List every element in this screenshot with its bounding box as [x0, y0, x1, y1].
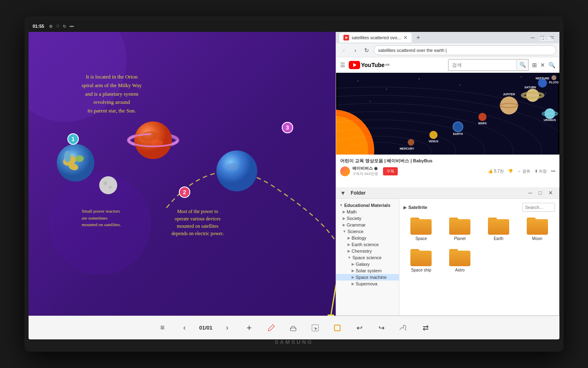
- forward-button[interactable]: ›: [351, 46, 360, 55]
- folder-main-area: ▶ Satellrite Space: [399, 199, 559, 315]
- tree-item-society[interactable]: ▶ Society: [336, 215, 399, 222]
- yt-search-icon[interactable]: 🔍: [548, 62, 555, 68]
- toolbar-menu-button[interactable]: ≡: [155, 321, 170, 335]
- yt-search-container[interactable]: 🔍: [448, 59, 529, 71]
- video-player[interactable]: MERCURY VENUS EARTH MARS JUPITER SATURN …: [336, 73, 559, 155]
- tree-item-math[interactable]: ▶ Math: [336, 209, 399, 215]
- toolbar-eraser-button[interactable]: [286, 321, 301, 335]
- whiteboard-toolbar: ≡ ‹ 01/01 › + ↩ ↪ ⇄: [29, 316, 559, 339]
- tree-item-galaxy[interactable]: ▶ Galaxy: [336, 261, 399, 267]
- folder-item-label: Moon: [532, 236, 542, 241]
- tree-item-grammar[interactable]: ▶ Grammar: [336, 222, 399, 228]
- tree-item-label: Chemistry: [352, 249, 372, 254]
- youtube-logo-text: YouTube: [361, 62, 385, 68]
- video-title: 어린이 교육 영상모음 | 베이비버스 | BabyBus: [340, 158, 555, 164]
- folder-icon-planet: [449, 218, 470, 235]
- tree-item-earth-science[interactable]: ▶ Earth science: [336, 241, 399, 248]
- tree-root-item[interactable]: ▼ Educational Materials: [336, 202, 399, 209]
- folder-item-space[interactable]: Space: [403, 215, 439, 243]
- moon-illustration: [98, 175, 118, 195]
- toolbar-swap-button[interactable]: ⇄: [418, 321, 433, 335]
- toolbar-select-button[interactable]: [308, 321, 323, 335]
- folder-close-btn[interactable]: ✕: [546, 189, 555, 197]
- menu-dots-icon[interactable]: •••: [69, 24, 74, 29]
- svg-point-2: [76, 155, 84, 162]
- refresh-icon[interactable]: ↻: [63, 24, 66, 29]
- folder-item-astro[interactable]: Astro: [442, 247, 478, 275]
- yt-action-icons: ⊞ ✕ 🔍: [532, 62, 555, 68]
- yt-more-icon[interactable]: ✕: [540, 62, 545, 68]
- toolbar-shape-button[interactable]: [330, 321, 345, 335]
- tree-item-chemistry[interactable]: ▶ Chemistry: [336, 248, 399, 254]
- yt-search-button[interactable]: 🔍: [517, 59, 528, 71]
- folder-body-shape: [488, 219, 509, 235]
- svg-text:MERCURY: MERCURY: [400, 147, 414, 150]
- heart-icon[interactable]: ♡: [56, 24, 60, 29]
- browser-tab-title: satellites scattered ovo...: [352, 35, 401, 40]
- tv-screen: 01:55 ⚙ ♡ ↻ ••• 01:55: [29, 20, 559, 339]
- like-button[interactable]: 👍 5.7천: [488, 168, 504, 174]
- youtube-toolbar: ☰ YouTube KR 🔍: [336, 57, 559, 73]
- toolbar-pen-button[interactable]: [264, 321, 278, 335]
- toolbar-undo-button[interactable]: ↩: [352, 321, 367, 335]
- yt-search-input[interactable]: [448, 59, 517, 71]
- folder-item-planet[interactable]: Planet: [442, 215, 478, 243]
- tree-item-label: Earth science: [352, 242, 379, 247]
- save-button[interactable]: ⬇ 저장: [535, 168, 547, 174]
- video-content: MERCURY VENUS EARTH MARS JUPITER SATURN …: [336, 73, 559, 155]
- dislike-button[interactable]: 👎: [508, 169, 513, 173]
- address-bar[interactable]: satellites scattered over the earth |: [374, 45, 556, 55]
- system-topbar: 01:55 ⚙ ♡ ↻ •••: [29, 20, 559, 32]
- folder-item-spaceship[interactable]: Space ship: [403, 247, 439, 275]
- folder-item-earth[interactable]: Earth: [481, 215, 517, 243]
- toolbar-next-button[interactable]: ›: [220, 321, 234, 335]
- folder-item-label: Earth: [494, 236, 503, 241]
- tree-item-solar-system[interactable]: ▶ Solar system: [336, 267, 399, 274]
- yt-grid-icon[interactable]: ⊞: [532, 62, 537, 68]
- tree-item-label: Biology: [352, 236, 366, 240]
- tab-close-button[interactable]: ✕: [403, 35, 408, 40]
- refresh-nav-button[interactable]: ↻: [362, 46, 371, 55]
- svg-point-40: [500, 96, 518, 114]
- back-button[interactable]: ‹: [339, 46, 348, 55]
- folder-window-title: Folder: [351, 190, 523, 196]
- tree-item-biology[interactable]: ▶ Biology: [336, 235, 399, 241]
- svg-point-44: [545, 108, 555, 119]
- toolbar-redo-button[interactable]: ↪: [374, 321, 389, 335]
- svg-point-47: [552, 75, 557, 80]
- toolbar-add-button[interactable]: +: [242, 321, 256, 335]
- browser-titlebar: ▶ satellites scattered ovo... ✕ + ─ □ ✕: [336, 32, 559, 43]
- tree-item-supernova[interactable]: ▶ Supernova: [336, 280, 399, 287]
- tree-item-space-science[interactable]: ▼ Space science: [336, 254, 399, 261]
- new-tab-button[interactable]: +: [414, 34, 422, 42]
- svg-point-39: [479, 113, 487, 121]
- settings-icon[interactable]: ⚙: [49, 24, 53, 29]
- planet-orange-illustration: [127, 114, 180, 167]
- svg-point-46: [538, 79, 547, 88]
- tree-arrow-icon: ▶: [347, 242, 350, 247]
- svg-point-12: [109, 186, 112, 189]
- folder-restore-btn[interactable]: □: [537, 189, 544, 197]
- folder-search-input[interactable]: [522, 203, 555, 212]
- folder-item-moon[interactable]: Moon: [519, 215, 555, 243]
- share-button[interactable]: → 공유: [517, 168, 530, 174]
- svg-point-10: [99, 176, 117, 194]
- svg-point-11: [103, 181, 107, 185]
- folder-top-bar: ▶ Satellrite: [403, 203, 555, 212]
- tree-item-science[interactable]: ▼ Science: [336, 228, 399, 235]
- tree-item-space-machine[interactable]: ▶ Space machine: [336, 274, 399, 280]
- tree-item-label: Grammar: [347, 222, 365, 227]
- minimize-button[interactable]: ─: [529, 34, 537, 42]
- tree-item-label: Space machine: [356, 275, 387, 280]
- subscribe-button[interactable]: 구독: [383, 167, 398, 175]
- svg-text:SATURN: SATURN: [524, 86, 536, 89]
- toolbar-prev-button[interactable]: ‹: [177, 321, 192, 335]
- point-label-2: 2: [179, 186, 190, 198]
- svg-point-23: [546, 93, 546, 94]
- svg-point-4: [64, 151, 71, 162]
- browser-tab[interactable]: ▶ satellites scattered ovo... ✕: [339, 33, 412, 43]
- folder-minimize-btn[interactable]: ─: [526, 189, 534, 197]
- more-actions-button[interactable]: •••: [551, 169, 555, 173]
- toolbar-handwrite-button[interactable]: [396, 321, 411, 335]
- yt-menu-icon[interactable]: ☰: [340, 62, 345, 68]
